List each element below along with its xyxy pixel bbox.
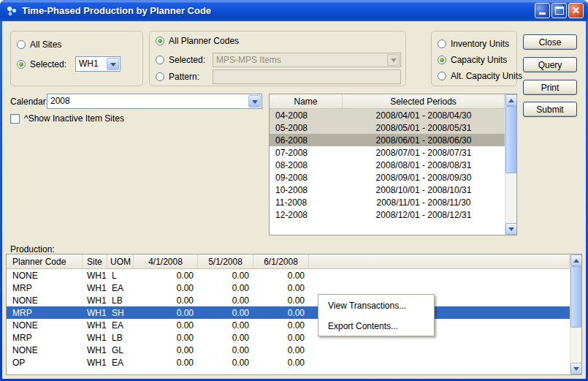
radio-row-selected-planner[interactable]: Selected: MPS-MPS Items <box>156 53 401 67</box>
column-header-period3[interactable]: 6/1/2008 <box>253 254 309 268</box>
radio-row-all-planner-codes[interactable]: All Planner Codes <box>156 36 239 46</box>
period-name: 09-2008 <box>270 173 343 183</box>
cell-qty-period2: 0.00 <box>198 295 253 306</box>
selected-planner-radio[interactable] <box>156 56 164 64</box>
menu-item-view-transactions[interactable]: View Transactions... <box>318 298 434 313</box>
periods-list: Name Selected Periods 04-2008 2008/04/01… <box>269 94 517 235</box>
column-header-site[interactable]: Site <box>83 254 107 268</box>
scroll-thumb[interactable] <box>570 266 582 328</box>
cell-qty-period3: 0.00 <box>253 333 309 343</box>
radio-row-selected-site[interactable]: Selected: WH1 <box>17 56 121 72</box>
close-icon <box>572 10 580 11</box>
production-table: Planner Code Site UOM 4/1/2008 5/1/2008 … <box>6 254 582 375</box>
cell-planner-code: NONE <box>7 345 83 355</box>
site-combobox[interactable]: WH1 <box>75 56 121 72</box>
pattern-radio[interactable] <box>156 72 164 81</box>
print-button[interactable]: Print <box>523 80 577 95</box>
inventory-units-radio[interactable] <box>438 39 446 48</box>
period-range: 2008/04/01 - 2008/04/30 <box>343 110 505 121</box>
query-button[interactable]: Query <box>523 57 577 72</box>
all-planner-codes-label[interactable]: All Planner Codes <box>169 36 239 46</box>
submit-button[interactable]: Submit <box>523 102 577 117</box>
radio-row-pattern[interactable]: Pattern: <box>156 69 401 84</box>
show-inactive-checkbox[interactable] <box>10 114 20 124</box>
production-row[interactable]: NONE WH1 EA 0.00 0.00 0.00 <box>7 319 570 331</box>
scroll-down-button[interactable] <box>570 363 582 374</box>
minimize-button[interactable] <box>535 3 550 18</box>
period-row[interactable]: 10-2008 2008/10/01 - 2008/10/31 <box>270 184 505 196</box>
cell-qty-period3: 0.00 <box>253 320 309 331</box>
cell-planner-code: MRP <box>7 308 83 318</box>
production-row[interactable]: MRP WH1 EA 0.00 0.00 0.00 <box>7 282 570 294</box>
alt-capacity-units-radio[interactable] <box>438 72 446 80</box>
close-window-button[interactable] <box>568 3 584 18</box>
minimize-icon <box>539 12 546 15</box>
column-header-uom[interactable]: UOM <box>107 254 134 268</box>
scroll-up-button[interactable] <box>505 94 517 106</box>
scroll-thumb[interactable] <box>505 106 517 173</box>
all-sites-label[interactable]: All Sites <box>30 39 61 50</box>
column-header-planner-code[interactable]: Planner Code <box>7 254 83 268</box>
dialog-content: All Sites Selected: WH1 All Planner Code… <box>2 21 586 379</box>
site-combobox-arrow-icon[interactable] <box>107 58 119 70</box>
close-button[interactable]: Close <box>523 34 577 50</box>
production-row[interactable]: NONE WH1 L 0.00 0.00 0.00 <box>7 269 570 282</box>
inventory-units-label[interactable]: Inventory Units <box>451 39 509 49</box>
selected-planner-label[interactable]: Selected: <box>169 55 208 65</box>
production-row-selected[interactable]: MRP WH1 SH 0.00 0.00 0.00 <box>7 306 570 319</box>
all-planner-codes-radio[interactable] <box>156 37 164 45</box>
show-inactive-row[interactable]: ^Show Inactive Item Sites <box>10 113 124 124</box>
cell-qty-period1: 0.00 <box>134 283 198 293</box>
period-row[interactable]: 06-2008 2008/06/01 - 2008/06/30 <box>270 134 505 146</box>
titlebar[interactable]: Time-Phased Production by Planner Code <box>0 0 588 21</box>
radio-row-alt-capacity-units[interactable]: Alt. Capacity Units <box>438 71 522 81</box>
radio-row-inventory-units[interactable]: Inventory Units <box>438 39 509 49</box>
column-header-name[interactable]: Name <box>270 94 343 108</box>
cell-qty-period2: 0.00 <box>198 320 253 331</box>
production-vertical-scrollbar[interactable] <box>570 254 581 374</box>
selected-site-radio[interactable] <box>17 60 26 69</box>
dialog-window: Time-Phased Production by Planner Code A… <box>0 0 588 381</box>
capacity-units-radio[interactable] <box>438 56 446 64</box>
scroll-down-button[interactable] <box>505 223 517 235</box>
scroll-up-button[interactable] <box>570 254 582 266</box>
capacity-units-label[interactable]: Capacity Units <box>451 55 507 65</box>
all-sites-radio[interactable] <box>17 40 26 49</box>
cell-qty-period3: 0.00 <box>253 358 309 368</box>
production-row[interactable]: OP WH1 EA 0.00 0.00 0.00 <box>7 356 570 369</box>
period-row[interactable]: 04-2008 2008/04/01 - 2008/04/30 <box>270 109 505 121</box>
cell-site: WH1 <box>83 295 107 306</box>
cell-qty-period2: 0.00 <box>198 358 253 368</box>
column-header-period1[interactable]: 4/1/2008 <box>134 254 198 268</box>
show-inactive-label[interactable]: ^Show Inactive Item Sites <box>24 113 124 124</box>
maximize-button[interactable] <box>551 3 567 18</box>
period-name: 10-2008 <box>270 185 343 195</box>
column-header-period2[interactable]: 5/1/2008 <box>198 254 253 268</box>
calendar-combobox-arrow-icon[interactable] <box>248 95 261 107</box>
period-row[interactable]: 05-2008 2008/05/01 - 2008/05/31 <box>270 121 505 134</box>
cell-site: WH1 <box>83 283 107 293</box>
cell-uom: L <box>107 271 134 281</box>
cell-qty-period1: 0.00 <box>134 333 198 343</box>
pattern-label[interactable]: Pattern: <box>169 72 208 82</box>
period-row[interactable]: 08-2008 2008/08/01 - 2008/08/31 <box>270 159 505 171</box>
period-row[interactable]: 07-2008 2008/07/01 - 2008/07/31 <box>270 146 505 159</box>
radio-row-all-sites[interactable]: All Sites <box>17 39 61 50</box>
radio-row-capacity-units[interactable]: Capacity Units <box>438 55 507 65</box>
period-row[interactable]: 11-2008 2008/11/01 - 2008/11/30 <box>270 196 505 208</box>
production-row[interactable]: MRP WH1 LB 0.00 0.00 0.00 <box>7 331 570 344</box>
menu-item-export-contents[interactable]: Export Contents... <box>318 319 434 333</box>
production-row[interactable]: NONE WH1 GL 0.00 0.00 0.00 <box>7 344 570 356</box>
period-row[interactable]: 09-2008 2008/09/01 - 2008/09/30 <box>270 171 505 184</box>
cell-site: WH1 <box>83 308 107 318</box>
app-icon <box>6 5 18 17</box>
calendar-combobox[interactable]: 2008 <box>47 94 262 109</box>
period-row[interactable]: 12-2008 2008/12/01 - 2008/12/31 <box>270 208 505 221</box>
production-row[interactable]: NONE WH1 LB 0.00 0.00 0.00 <box>7 294 570 306</box>
column-header-selected-periods[interactable]: Selected Periods <box>343 94 505 108</box>
period-range: 2008/10/01 - 2008/10/31 <box>343 185 505 195</box>
periods-vertical-scrollbar[interactable] <box>505 94 516 235</box>
production-header: Planner Code Site UOM 4/1/2008 5/1/2008 … <box>7 254 570 269</box>
alt-capacity-units-label[interactable]: Alt. Capacity Units <box>451 71 522 81</box>
selected-site-label[interactable]: Selected: <box>30 59 71 69</box>
